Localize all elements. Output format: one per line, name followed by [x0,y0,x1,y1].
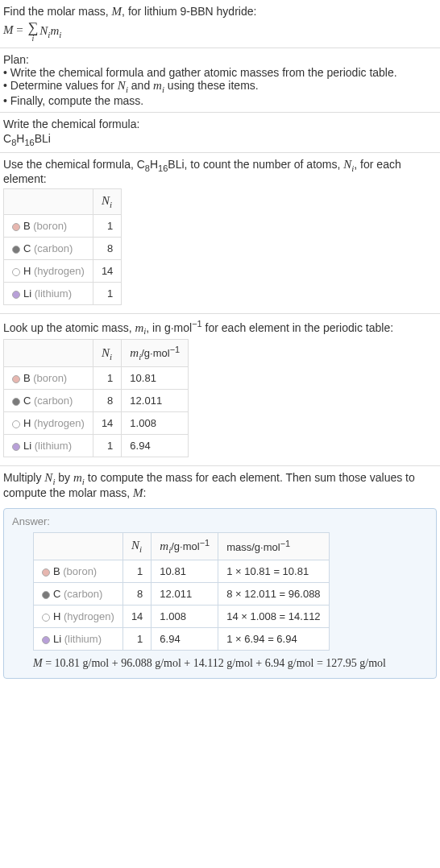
col-element [4,189,93,215]
plan-b2-and: and [128,79,153,92]
plan-b2-m: m [153,79,162,92]
answer-box: Answer: Ni mi/g·mol−1 mass/g·mol−1 B (bo… [3,508,437,679]
element-name: (hydrogen) [31,417,84,429]
value-cell: 14 × 1.008 = 14.112 [218,606,329,628]
sigma-symbol: ∑ [27,20,38,35]
value-cell: 12.011 [122,390,189,412]
element-swatch-icon [42,591,50,599]
value-cell: 1 × 10.81 = 10.81 [218,560,329,583]
element-symbol: C [53,588,60,600]
intro-M: M [112,5,122,18]
intro-equation: M = ∑iNimi [3,20,437,43]
element-name: (lithium) [61,633,102,645]
table-row: B (boron)1 [4,214,122,237]
value-cell: 10.81 [152,560,218,583]
value-cell: 12.011 [152,583,218,606]
element-cell: Li (lithium) [4,282,93,304]
formula-heading: Write the chemical formula: [3,118,437,130]
value-cell: 1 [93,367,121,390]
col-Ni: Ni [93,189,121,215]
eq-m: m [50,24,59,37]
mult-by: by [55,471,73,484]
value-cell: 8 [122,583,151,606]
mcol-m: m [130,347,139,360]
count-text: Use the chemical formula, C8H16BLi, to c… [3,158,437,186]
element-cell: C (carbon) [34,583,123,606]
mass-m: m [135,321,143,334]
acol-exp: −1 [200,538,210,548]
value-cell: 1.008 [122,412,189,435]
value-cell: 1.008 [152,606,218,628]
plan-heading: Plan: [3,53,437,66]
col-element [4,340,93,367]
value-cell: 1 [93,214,121,237]
mult-colon: : [143,486,147,499]
acol-Ni: i [139,544,142,554]
value-cell: 1 [122,560,151,583]
table-row: C (carbon)812.0118 × 12.011 = 96.088 [34,583,330,606]
element-symbol: B [23,220,31,232]
eq-mi: i [59,30,61,39]
table-row: C (carbon)8 [4,237,122,259]
sigma-icon: ∑i [27,20,38,43]
value-cell: 8 × 12.011 = 96.088 [218,583,329,606]
mult-a: Multiply [3,471,44,484]
mcol-exp: −1 [170,345,181,354]
element-name: (lithium) [31,287,72,300]
value-cell: 1 [93,282,121,304]
element-swatch-icon [12,291,20,299]
col-element [34,533,123,560]
table-row: Li (lithium)16.94 [4,435,189,457]
element-swatch-icon [42,614,50,622]
col-N-sym: N [102,194,110,207]
element-symbol: H [53,610,60,622]
element-symbol: Li [23,287,31,300]
mcol-Ni: i [110,351,112,361]
element-cell: B (boron) [34,560,123,583]
element-swatch-icon [12,223,20,231]
intro-part1: Find the molar mass, [3,5,112,18]
col-mi: mi/g·mol−1 [152,533,218,560]
cf2-16: 16 [158,163,168,172]
element-name: (carbon) [60,588,102,600]
table-row: B (boron)110.811 × 10.81 = 10.81 [34,560,330,583]
col-N-i: i [110,200,112,209]
element-cell: B (boron) [4,367,93,390]
mass-c: for each element in the periodic table: [202,321,393,334]
table-row: B (boron)110.81 [4,367,189,390]
element-symbol: Li [23,440,31,452]
element-cell: Li (lithium) [4,435,93,457]
col-mi: mi/g·mol−1 [122,340,189,367]
mass-exp: −1 [192,319,202,329]
element-name: (hydrogen) [31,265,84,277]
chemical-formula: C8H16BLi [3,132,437,147]
multiply-text: Multiply Ni by mi to compute the mass fo… [3,471,437,500]
plan-b2-b: using these items. [164,79,259,92]
element-symbol: C [23,395,31,407]
value-cell: 1 [93,435,121,457]
count-section: Use the chemical formula, C8H16BLi, to c… [0,153,440,314]
element-symbol: C [23,242,31,254]
element-symbol: B [23,372,31,384]
sigma-index: i [32,35,35,43]
eq-equals: = [14,23,27,36]
count-table: Ni B (boron)1C (carbon)8H (hydrogen)14Li… [3,188,122,305]
cf-H: H [16,132,24,145]
mass-b: , in g·mol [146,321,192,334]
value-cell: 10.81 [122,367,189,390]
count-b: , to count the number of atoms, [185,158,344,171]
element-cell: H (hydrogen) [4,259,93,282]
element-cell: B (boron) [4,214,93,237]
col-mass: mass/g·mol−1 [218,533,329,560]
acol-unit: /g·mol [171,540,199,552]
table-row: C (carbon)812.011 [4,390,189,412]
element-swatch-icon [12,420,20,428]
plan-section: Plan: • Write the chemical formula and g… [0,48,440,113]
element-swatch-icon [12,268,20,276]
element-symbol: B [53,565,60,577]
element-swatch-icon [42,568,50,577]
table-row: H (hydrogen)141.00814 × 1.008 = 14.112 [34,606,330,628]
final-M: M [33,657,43,669]
plan-bullet-1: • Write the chemical formula and gather … [3,66,437,79]
acol-mass: mass/g·mol [226,542,280,554]
